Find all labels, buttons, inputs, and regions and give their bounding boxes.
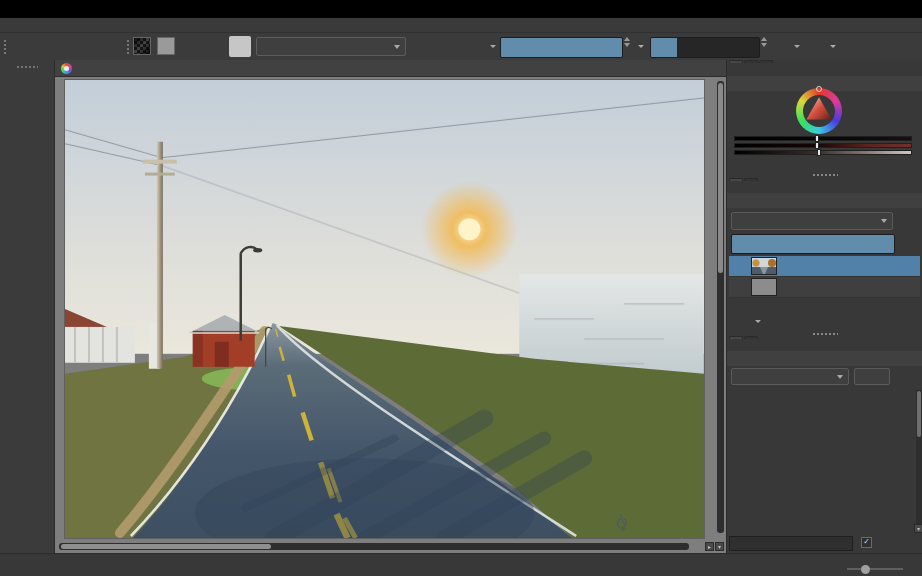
list-view-icon[interactable] <box>894 369 909 384</box>
selector-settings-icon[interactable] <box>733 94 745 106</box>
docker-lock-icon[interactable] <box>731 195 742 206</box>
canvas-painting[interactable]: Q <box>65 80 704 538</box>
chevron-down-icon[interactable] <box>490 45 496 48</box>
scroll-down-icon[interactable]: ▾ <box>715 542 724 551</box>
tiles-icon[interactable] <box>33 560 45 572</box>
toolbar-grip[interactable] <box>126 39 130 55</box>
layer-properties-button[interactable] <box>837 307 857 327</box>
close-icon[interactable] <box>706 61 720 75</box>
layers-docker-header[interactable] <box>727 193 922 208</box>
layer-opacity-slider[interactable] <box>731 234 895 254</box>
splitter-handle[interactable] <box>812 332 838 335</box>
add-layer-button[interactable] <box>737 307 757 327</box>
mirror-horizontal-button[interactable] <box>772 36 792 56</box>
toolbar-grip[interactable] <box>3 39 7 55</box>
saturation-bar[interactable] <box>734 143 912 148</box>
lock-icon[interactable] <box>872 259 886 273</box>
lightness-bar[interactable] <box>734 136 912 141</box>
selection-display-icon[interactable] <box>5 558 20 573</box>
eraser-mode-button[interactable] <box>412 36 432 56</box>
zoom-slider-handle[interactable] <box>861 565 870 574</box>
blending-mode-select[interactable] <box>256 37 406 56</box>
duplicate-layer-button[interactable] <box>765 307 785 327</box>
float-docker-icon[interactable] <box>891 195 902 206</box>
preserve-alpha-button[interactable] <box>440 36 460 56</box>
docker-lock-icon[interactable] <box>731 78 742 89</box>
new-document-button[interactable] <box>10 36 30 56</box>
open-document-button[interactable] <box>34 36 54 56</box>
layer-blending-mode-select[interactable] <box>731 212 893 230</box>
alpha-lock-icon[interactable] <box>888 280 902 294</box>
gradient-chooser-icon[interactable] <box>207 36 227 56</box>
close-docker-icon[interactable] <box>907 195 918 206</box>
chevron-down-icon[interactable] <box>794 45 800 48</box>
toolbox-grip[interactable] <box>16 65 38 69</box>
tab-brush-preset-history[interactable] <box>744 336 758 339</box>
docker-lock-icon[interactable] <box>731 353 742 364</box>
layer-row-base[interactable] <box>729 256 920 277</box>
canvas-vertical-scrollbar[interactable] <box>717 81 724 533</box>
close-docker-icon[interactable] <box>907 78 918 89</box>
tab-brush-presets[interactable] <box>729 336 743 339</box>
canvas-window-titlebar[interactable] <box>55 60 726 77</box>
opacity-slider[interactable] <box>500 37 623 58</box>
edit-brush-settings-button[interactable] <box>229 36 251 57</box>
chevron-down-icon[interactable] <box>638 45 644 48</box>
move-layer-down-button[interactable] <box>789 307 809 327</box>
tab-overview[interactable] <box>759 60 773 63</box>
display-settings-icon[interactable] <box>908 369 921 382</box>
tab-tool-options[interactable] <box>744 60 758 63</box>
checkbox-check-icon: ✓ <box>861 537 872 548</box>
tab-advanced-colour-selector[interactable] <box>729 60 743 63</box>
alpha-lock-icon[interactable] <box>888 259 902 273</box>
canvas-rotation-reset-icon[interactable] <box>690 557 706 573</box>
inherit-alpha-icon[interactable] <box>904 259 918 273</box>
tab-layers[interactable] <box>729 178 743 181</box>
inherit-alpha-icon[interactable] <box>904 280 918 294</box>
no-color-icon[interactable] <box>906 161 917 172</box>
save-button[interactable] <box>58 36 78 56</box>
move-layer-up-button[interactable] <box>813 307 833 327</box>
pattern-swatch[interactable] <box>157 37 175 55</box>
delete-layer-button[interactable] <box>897 307 917 327</box>
gradient-swatch[interactable] <box>133 37 151 55</box>
value-bar[interactable] <box>734 150 912 155</box>
color-history-icon[interactable] <box>732 161 743 172</box>
zoom-mode-icon[interactable] <box>900 559 913 572</box>
size-spinner[interactable] <box>761 37 767 47</box>
tag-button[interactable] <box>854 368 890 385</box>
filter-in-tag-checkbox[interactable]: ✓ <box>861 537 875 548</box>
layer-filter-icon[interactable] <box>900 211 917 228</box>
brush-search-input[interactable] <box>729 536 853 551</box>
layer-row-background[interactable] <box>729 277 920 298</box>
redo-button[interactable] <box>106 36 126 56</box>
reload-preset-button[interactable] <box>466 36 486 56</box>
undo-button[interactable] <box>84 36 104 56</box>
color-wheel[interactable] <box>796 88 842 134</box>
chevron-down-icon[interactable] <box>830 45 836 48</box>
opacity-slider-fill <box>501 38 622 57</box>
mute-icon <box>856 3 868 15</box>
splitter-handle[interactable] <box>812 173 838 176</box>
lock-icon[interactable] <box>872 280 886 294</box>
canvas-horizontal-scrollbar[interactable] <box>59 543 689 550</box>
float-docker-icon[interactable] <box>891 353 902 364</box>
visibility-eye-icon[interactable] <box>732 258 748 274</box>
brush-size-slider[interactable] <box>650 37 760 58</box>
opacity-spinner[interactable] <box>624 37 630 47</box>
chevron-down-icon[interactable] <box>755 320 761 323</box>
close-docker-icon[interactable] <box>907 353 918 364</box>
foreground-background-colors[interactable] <box>181 36 203 56</box>
visibility-eye-icon[interactable] <box>732 279 748 295</box>
mirror-vertical-button[interactable] <box>806 36 826 56</box>
brush-filter-select[interactable] <box>731 368 849 385</box>
tab-channels[interactable] <box>744 178 758 181</box>
zoom-slider[interactable] <box>847 568 903 570</box>
brush-presets-docker-header[interactable] <box>727 351 922 366</box>
layer-menu-icon[interactable] <box>900 235 916 251</box>
scroll-right-icon[interactable]: ▸ <box>705 542 714 551</box>
brush-grid-scrollbar[interactable]: ▾ <box>916 390 922 532</box>
float-docker-icon[interactable] <box>891 78 902 89</box>
workspace-chooser-button[interactable] <box>898 36 918 56</box>
trim-to-image-button[interactable] <box>845 36 865 56</box>
